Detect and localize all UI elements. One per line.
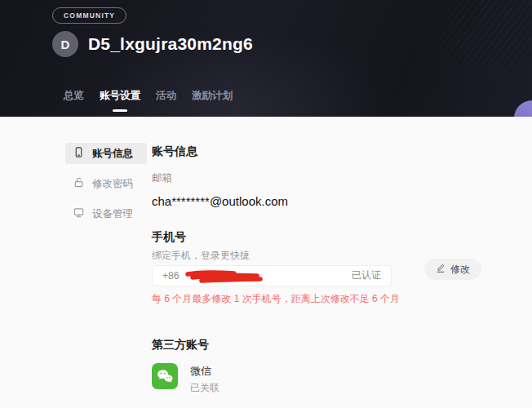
wechat-account-item[interactable]: 微信 已关联 bbox=[152, 363, 511, 392]
verified-badge: 已认证 bbox=[352, 268, 381, 282]
sidebar-item-label: 账号信息 bbox=[92, 147, 133, 161]
tab-account-settings[interactable]: 账号设置 bbox=[100, 89, 140, 103]
profile-header: COMMUNITY D D5_lxgujra30m2ng6 总览 账号设置 活动… bbox=[0, 0, 532, 117]
monitor-icon bbox=[73, 206, 85, 221]
wechat-account-info: 微信 已关联 bbox=[190, 363, 219, 392]
account-settings-page: COMMUNITY D D5_lxgujra30m2ng6 总览 账号设置 活动… bbox=[0, 0, 532, 408]
account-info-panel: 账号信息 邮箱 cha********@outlook.com 手机号 绑定手机… bbox=[152, 145, 511, 392]
third-party-section-title: 第三方账号 bbox=[152, 339, 511, 350]
community-badge: COMMUNITY bbox=[52, 7, 126, 24]
sidebar-item-label: 设备管理 bbox=[92, 207, 133, 221]
phone-icon bbox=[73, 146, 85, 161]
third-party-status: 已关联 bbox=[190, 383, 219, 392]
tab-incentive-plan[interactable]: 激励计划 bbox=[192, 89, 233, 103]
edit-button-label: 修改 bbox=[450, 263, 470, 277]
third-party-name: 微信 bbox=[190, 366, 219, 376]
phone-number-field: +86 已认证 bbox=[152, 265, 392, 286]
phone-redaction-scribble bbox=[184, 269, 265, 284]
settings-sidebar: 账号信息 修改密码 设备管理 bbox=[65, 143, 147, 233]
settings-content: 账号信息 修改密码 设备管理 bbox=[0, 117, 532, 408]
email-value: cha********@outlook.com bbox=[152, 194, 511, 209]
sidebar-item-change-password[interactable]: 修改密码 bbox=[65, 173, 147, 194]
country-code: +86 bbox=[162, 270, 179, 282]
lock-icon bbox=[73, 176, 85, 191]
username: D5_lxgujra30m2ng6 bbox=[88, 34, 253, 54]
phone-change-warning: 每 6 个月最多修改 1 次手机号，距离上次修改不足 6 个月 bbox=[152, 293, 511, 304]
tab-overview[interactable]: 总览 bbox=[64, 89, 84, 103]
sidebar-item-label: 修改密码 bbox=[92, 177, 133, 191]
email-label: 邮箱 bbox=[152, 173, 511, 184]
pencil-icon bbox=[436, 264, 446, 276]
phone-section-title: 手机号 bbox=[152, 231, 511, 242]
sidebar-item-device-management[interactable]: 设备管理 bbox=[65, 203, 147, 224]
sidebar-item-account-info[interactable]: 账号信息 bbox=[65, 143, 147, 164]
diagonal-stripes-decoration bbox=[237, 0, 532, 117]
wechat-icon bbox=[152, 363, 178, 389]
profile-tabs: 总览 账号设置 活动 激励计划 bbox=[64, 89, 233, 103]
tab-activity[interactable]: 活动 bbox=[156, 89, 176, 103]
avatar: D bbox=[52, 31, 78, 57]
edit-phone-button[interactable]: 修改 bbox=[424, 259, 481, 280]
section-title-account-info: 账号信息 bbox=[152, 145, 511, 157]
